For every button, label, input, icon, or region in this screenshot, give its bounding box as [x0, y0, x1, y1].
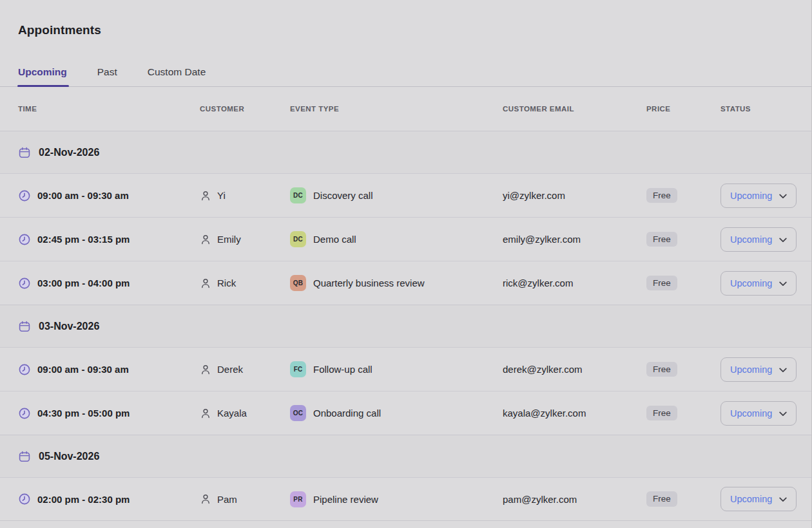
event-type-badge: FC: [290, 361, 306, 377]
event-type-name: Discovery call: [313, 190, 373, 201]
appointment-row[interactable]: 03:00 pm - 04:00 pm Rick QB Quarterly bu…: [0, 261, 811, 305]
event-type-name: Demo call: [313, 234, 356, 245]
group-date-label: 03-Nov-2026: [39, 321, 99, 332]
appointment-time: 09:00 am - 09:30 am: [37, 364, 129, 375]
status-dropdown[interactable]: Upcoming: [720, 227, 797, 252]
appointment-row[interactable]: 04:30 pm - 05:00 pm Kayala OC Onboarding…: [0, 391, 811, 435]
price-badge: Free: [646, 406, 677, 421]
price-badge: Free: [646, 362, 677, 377]
appointments-page: Appointments Upcoming Past Custom Date T…: [0, 0, 812, 528]
column-header-customer: CUSTOMER: [200, 105, 290, 113]
event-type-name: Onboarding call: [313, 408, 381, 419]
event-type-name: Follow-up call: [313, 364, 372, 375]
appointment-row[interactable]: 02:45 pm - 03:15 pm Emily DC Demo call e…: [0, 217, 811, 261]
customer-email: pam@zylker.com: [503, 494, 577, 505]
person-icon: [200, 364, 211, 375]
status-dropdown[interactable]: Upcoming: [720, 487, 797, 511]
status-label: Upcoming: [730, 364, 772, 375]
page-title: Appointments: [18, 23, 793, 37]
person-icon: [200, 190, 211, 202]
calendar-icon: [18, 320, 31, 333]
customer-email: rick@zylker.com: [503, 278, 573, 288]
chevron-down-icon: [779, 497, 787, 502]
customer-name: Derek: [217, 364, 243, 375]
appointment-row[interactable]: 09:00 am - 09:30 am Derek FC Follow-up c…: [0, 347, 811, 391]
clock-icon: [18, 363, 31, 376]
customer-name: Kayala: [217, 408, 247, 419]
appointment-time: 02:00 pm - 02:30 pm: [37, 494, 130, 505]
appointment-time: 04:30 pm - 05:00 pm: [37, 408, 130, 419]
event-type-badge: QB: [290, 275, 306, 291]
date-group-header: 03-Nov-2026: [0, 305, 811, 347]
page-header: Appointments: [0, 0, 811, 37]
event-type-name: Pipeline review: [313, 494, 378, 505]
event-type-badge: DC: [290, 231, 306, 247]
person-icon: [200, 493, 211, 505]
column-header-time: TIME: [18, 105, 200, 113]
calendar-icon: [18, 450, 31, 463]
clock-icon: [18, 189, 31, 202]
table-header-row: TIME CUSTOMER EVENT TYPE CUSTOMER EMAIL …: [0, 87, 811, 131]
appointment-row[interactable]: 02:00 pm - 02:30 pm Pam PR Pipeline revi…: [0, 477, 811, 521]
customer-email: kayala@zylker.com: [503, 408, 586, 419]
price-badge: Free: [646, 276, 677, 291]
tab-past[interactable]: Past: [97, 66, 117, 86]
clock-icon: [18, 277, 31, 290]
status-label: Upcoming: [730, 191, 772, 201]
group-date-label: 05-Nov-2026: [39, 451, 99, 462]
price-badge: Free: [646, 232, 677, 247]
price-badge: Free: [646, 188, 677, 203]
appointments-list: 02-Nov-2026 09:00 am - 09:30 am Yi DC Di…: [0, 131, 811, 521]
column-header-event-type: EVENT TYPE: [290, 105, 503, 113]
status-dropdown[interactable]: Upcoming: [720, 401, 797, 426]
person-icon: [200, 234, 211, 245]
status-label: Upcoming: [730, 494, 772, 504]
tab-upcoming[interactable]: Upcoming: [18, 66, 67, 86]
customer-name: Rick: [217, 278, 236, 288]
column-header-price: PRICE: [646, 105, 720, 113]
status-label: Upcoming: [730, 234, 772, 245]
appointment-row[interactable]: 09:00 am - 09:30 am Yi DC Discovery call…: [0, 173, 811, 217]
status-dropdown[interactable]: Upcoming: [720, 184, 797, 208]
customer-name: Pam: [217, 494, 237, 505]
chevron-down-icon: [779, 281, 787, 287]
event-type-badge: PR: [290, 491, 306, 507]
appointment-time: 09:00 am - 09:30 am: [37, 190, 129, 201]
clock-icon: [18, 407, 31, 420]
appointment-time: 02:45 pm - 03:15 pm: [37, 234, 130, 245]
person-icon: [200, 278, 211, 289]
event-type-badge: OC: [290, 405, 306, 421]
customer-email: emily@zylker.com: [503, 234, 581, 245]
status-label: Upcoming: [730, 408, 772, 419]
customer-email: derek@zylker.com: [503, 364, 583, 375]
event-type-badge: DC: [290, 187, 306, 203]
chevron-down-icon: [779, 194, 787, 199]
chevron-down-icon: [779, 368, 787, 373]
status-dropdown[interactable]: Upcoming: [720, 357, 797, 382]
status-dropdown[interactable]: Upcoming: [720, 271, 797, 296]
group-date-label: 02-Nov-2026: [39, 147, 99, 158]
appointment-time: 03:00 pm - 04:00 pm: [37, 278, 130, 288]
calendar-icon: [18, 146, 31, 159]
customer-email: yi@zylker.com: [503, 190, 565, 201]
clock-icon: [18, 233, 31, 246]
chevron-down-icon: [779, 411, 787, 417]
person-icon: [200, 408, 211, 419]
date-group-header: 02-Nov-2026: [0, 131, 811, 173]
tab-bar: Upcoming Past Custom Date: [0, 66, 811, 87]
price-badge: Free: [646, 491, 677, 507]
status-label: Upcoming: [730, 278, 772, 288]
column-header-customer-email: CUSTOMER EMAIL: [503, 105, 646, 113]
tab-custom-date[interactable]: Custom Date: [148, 66, 206, 86]
date-group-header: 05-Nov-2026: [0, 435, 811, 477]
chevron-down-icon: [779, 238, 787, 243]
customer-name: Yi: [217, 190, 226, 201]
customer-name: Emily: [217, 234, 241, 245]
clock-icon: [18, 493, 31, 505]
event-type-name: Quarterly business review: [313, 278, 425, 288]
column-header-status: STATUS: [720, 105, 811, 113]
